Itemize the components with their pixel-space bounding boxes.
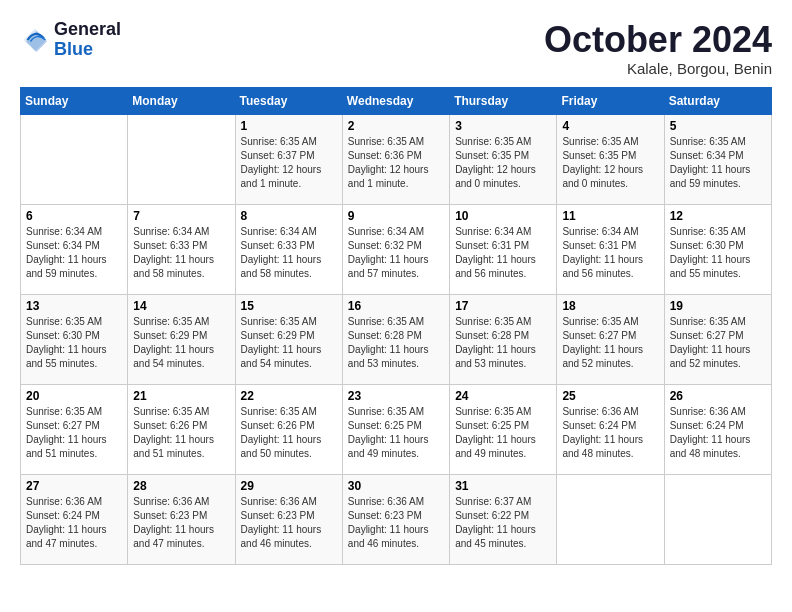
day-info: Sunrise: 6:35 AM Sunset: 6:29 PM Dayligh… — [241, 315, 337, 371]
day-number: 3 — [455, 119, 551, 133]
calendar-body: 1Sunrise: 6:35 AM Sunset: 6:37 PM Daylig… — [21, 114, 772, 564]
day-info: Sunrise: 6:34 AM Sunset: 6:31 PM Dayligh… — [562, 225, 658, 281]
page-header: General Blue October 2024 Kalale, Borgou… — [20, 20, 772, 77]
calendar-cell: 31Sunrise: 6:37 AM Sunset: 6:22 PM Dayli… — [450, 474, 557, 564]
calendar-cell: 26Sunrise: 6:36 AM Sunset: 6:24 PM Dayli… — [664, 384, 771, 474]
calendar-cell: 23Sunrise: 6:35 AM Sunset: 6:25 PM Dayli… — [342, 384, 449, 474]
day-info: Sunrise: 6:34 AM Sunset: 6:32 PM Dayligh… — [348, 225, 444, 281]
day-number: 5 — [670, 119, 766, 133]
day-number: 30 — [348, 479, 444, 493]
day-info: Sunrise: 6:37 AM Sunset: 6:22 PM Dayligh… — [455, 495, 551, 551]
day-number: 20 — [26, 389, 122, 403]
day-info: Sunrise: 6:34 AM Sunset: 6:33 PM Dayligh… — [241, 225, 337, 281]
day-number: 31 — [455, 479, 551, 493]
day-number: 1 — [241, 119, 337, 133]
weekday-header-thursday: Thursday — [450, 87, 557, 114]
logo: General Blue — [20, 20, 121, 60]
calendar-week-3: 13Sunrise: 6:35 AM Sunset: 6:30 PM Dayli… — [21, 294, 772, 384]
calendar-cell: 14Sunrise: 6:35 AM Sunset: 6:29 PM Dayli… — [128, 294, 235, 384]
calendar-cell: 6Sunrise: 6:34 AM Sunset: 6:34 PM Daylig… — [21, 204, 128, 294]
day-info: Sunrise: 6:34 AM Sunset: 6:31 PM Dayligh… — [455, 225, 551, 281]
calendar-week-5: 27Sunrise: 6:36 AM Sunset: 6:24 PM Dayli… — [21, 474, 772, 564]
day-number: 14 — [133, 299, 229, 313]
day-number: 7 — [133, 209, 229, 223]
day-number: 15 — [241, 299, 337, 313]
calendar-cell: 2Sunrise: 6:35 AM Sunset: 6:36 PM Daylig… — [342, 114, 449, 204]
calendar-cell: 4Sunrise: 6:35 AM Sunset: 6:35 PM Daylig… — [557, 114, 664, 204]
calendar-week-1: 1Sunrise: 6:35 AM Sunset: 6:37 PM Daylig… — [21, 114, 772, 204]
weekday-header-friday: Friday — [557, 87, 664, 114]
day-info: Sunrise: 6:35 AM Sunset: 6:29 PM Dayligh… — [133, 315, 229, 371]
day-number: 2 — [348, 119, 444, 133]
calendar-header: SundayMondayTuesdayWednesdayThursdayFrid… — [21, 87, 772, 114]
day-info: Sunrise: 6:35 AM Sunset: 6:36 PM Dayligh… — [348, 135, 444, 191]
calendar-cell: 8Sunrise: 6:34 AM Sunset: 6:33 PM Daylig… — [235, 204, 342, 294]
day-info: Sunrise: 6:35 AM Sunset: 6:25 PM Dayligh… — [455, 405, 551, 461]
calendar-cell: 10Sunrise: 6:34 AM Sunset: 6:31 PM Dayli… — [450, 204, 557, 294]
weekday-header-row: SundayMondayTuesdayWednesdayThursdayFrid… — [21, 87, 772, 114]
day-number: 26 — [670, 389, 766, 403]
day-number: 6 — [26, 209, 122, 223]
day-number: 17 — [455, 299, 551, 313]
day-number: 25 — [562, 389, 658, 403]
weekday-header-sunday: Sunday — [21, 87, 128, 114]
logo-line2: Blue — [54, 40, 121, 60]
day-number: 29 — [241, 479, 337, 493]
calendar-cell: 12Sunrise: 6:35 AM Sunset: 6:30 PM Dayli… — [664, 204, 771, 294]
weekday-header-wednesday: Wednesday — [342, 87, 449, 114]
day-info: Sunrise: 6:35 AM Sunset: 6:30 PM Dayligh… — [26, 315, 122, 371]
day-number: 19 — [670, 299, 766, 313]
calendar-cell: 7Sunrise: 6:34 AM Sunset: 6:33 PM Daylig… — [128, 204, 235, 294]
title-block: October 2024 Kalale, Borgou, Benin — [544, 20, 772, 77]
calendar-cell: 15Sunrise: 6:35 AM Sunset: 6:29 PM Dayli… — [235, 294, 342, 384]
day-info: Sunrise: 6:35 AM Sunset: 6:27 PM Dayligh… — [670, 315, 766, 371]
calendar-cell: 9Sunrise: 6:34 AM Sunset: 6:32 PM Daylig… — [342, 204, 449, 294]
day-number: 12 — [670, 209, 766, 223]
day-info: Sunrise: 6:35 AM Sunset: 6:25 PM Dayligh… — [348, 405, 444, 461]
calendar-cell: 27Sunrise: 6:36 AM Sunset: 6:24 PM Dayli… — [21, 474, 128, 564]
day-number: 28 — [133, 479, 229, 493]
calendar-cell: 25Sunrise: 6:36 AM Sunset: 6:24 PM Dayli… — [557, 384, 664, 474]
month-title: October 2024 — [544, 20, 772, 60]
calendar-cell: 1Sunrise: 6:35 AM Sunset: 6:37 PM Daylig… — [235, 114, 342, 204]
day-info: Sunrise: 6:35 AM Sunset: 6:28 PM Dayligh… — [348, 315, 444, 371]
day-info: Sunrise: 6:35 AM Sunset: 6:27 PM Dayligh… — [562, 315, 658, 371]
day-info: Sunrise: 6:35 AM Sunset: 6:35 PM Dayligh… — [455, 135, 551, 191]
calendar-cell: 11Sunrise: 6:34 AM Sunset: 6:31 PM Dayli… — [557, 204, 664, 294]
day-info: Sunrise: 6:35 AM Sunset: 6:27 PM Dayligh… — [26, 405, 122, 461]
day-info: Sunrise: 6:35 AM Sunset: 6:37 PM Dayligh… — [241, 135, 337, 191]
day-number: 18 — [562, 299, 658, 313]
calendar-cell: 28Sunrise: 6:36 AM Sunset: 6:23 PM Dayli… — [128, 474, 235, 564]
logo-line1: General — [54, 20, 121, 40]
day-number: 13 — [26, 299, 122, 313]
day-info: Sunrise: 6:35 AM Sunset: 6:26 PM Dayligh… — [241, 405, 337, 461]
calendar-cell — [664, 474, 771, 564]
calendar-cell: 13Sunrise: 6:35 AM Sunset: 6:30 PM Dayli… — [21, 294, 128, 384]
day-info: Sunrise: 6:36 AM Sunset: 6:23 PM Dayligh… — [348, 495, 444, 551]
calendar-cell: 21Sunrise: 6:35 AM Sunset: 6:26 PM Dayli… — [128, 384, 235, 474]
calendar-cell: 30Sunrise: 6:36 AM Sunset: 6:23 PM Dayli… — [342, 474, 449, 564]
calendar-cell: 16Sunrise: 6:35 AM Sunset: 6:28 PM Dayli… — [342, 294, 449, 384]
day-number: 4 — [562, 119, 658, 133]
day-number: 22 — [241, 389, 337, 403]
logo-icon — [20, 25, 50, 55]
calendar-cell: 29Sunrise: 6:36 AM Sunset: 6:23 PM Dayli… — [235, 474, 342, 564]
day-info: Sunrise: 6:34 AM Sunset: 6:34 PM Dayligh… — [26, 225, 122, 281]
calendar-cell: 5Sunrise: 6:35 AM Sunset: 6:34 PM Daylig… — [664, 114, 771, 204]
day-info: Sunrise: 6:36 AM Sunset: 6:23 PM Dayligh… — [133, 495, 229, 551]
calendar-cell: 19Sunrise: 6:35 AM Sunset: 6:27 PM Dayli… — [664, 294, 771, 384]
calendar-cell: 17Sunrise: 6:35 AM Sunset: 6:28 PM Dayli… — [450, 294, 557, 384]
calendar-cell — [557, 474, 664, 564]
day-number: 24 — [455, 389, 551, 403]
day-info: Sunrise: 6:35 AM Sunset: 6:28 PM Dayligh… — [455, 315, 551, 371]
calendar-table: SundayMondayTuesdayWednesdayThursdayFrid… — [20, 87, 772, 565]
day-info: Sunrise: 6:36 AM Sunset: 6:24 PM Dayligh… — [670, 405, 766, 461]
weekday-header-monday: Monday — [128, 87, 235, 114]
day-number: 11 — [562, 209, 658, 223]
location: Kalale, Borgou, Benin — [544, 60, 772, 77]
weekday-header-saturday: Saturday — [664, 87, 771, 114]
calendar-cell: 24Sunrise: 6:35 AM Sunset: 6:25 PM Dayli… — [450, 384, 557, 474]
day-info: Sunrise: 6:35 AM Sunset: 6:35 PM Dayligh… — [562, 135, 658, 191]
calendar-cell: 22Sunrise: 6:35 AM Sunset: 6:26 PM Dayli… — [235, 384, 342, 474]
day-info: Sunrise: 6:35 AM Sunset: 6:34 PM Dayligh… — [670, 135, 766, 191]
